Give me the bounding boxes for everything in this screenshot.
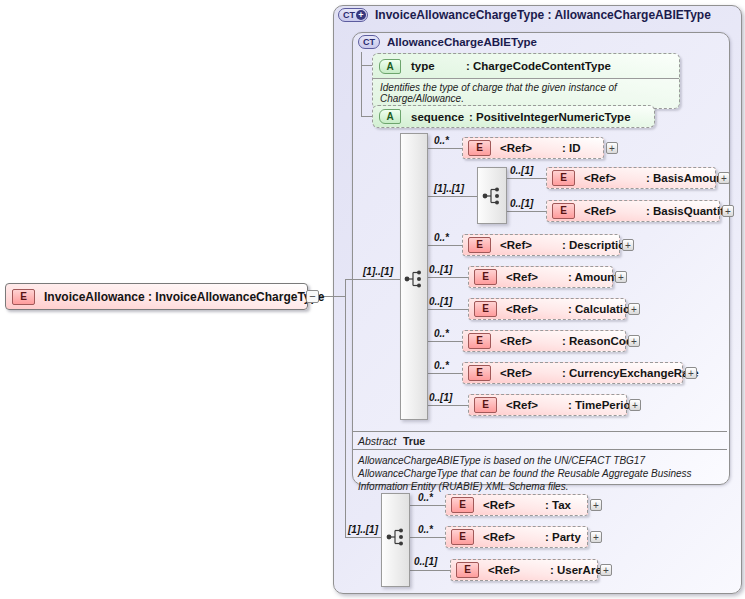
expand-icon[interactable]: +: [718, 172, 730, 184]
element-name: <Ref>: [500, 367, 562, 379]
complex-type-header: CT+ InvoiceAllowanceChargeType : Allowan…: [338, 8, 711, 22]
all-compositor-icon: [403, 268, 425, 290]
expand-icon[interactable]: +: [590, 499, 602, 511]
attribute-rail: [361, 52, 362, 117]
cardinality-label: 0..[1]: [429, 296, 452, 307]
element-ref-userarea[interactable]: E <Ref> : UserArea: [450, 559, 598, 581]
element-name: <Ref>: [500, 239, 562, 251]
element-ref-reasoncode[interactable]: E <Ref> : ReasonCode: [462, 330, 626, 352]
collapse-icon[interactable]: −: [306, 290, 319, 303]
cardinality-label: [1]..[1]: [348, 524, 378, 535]
cardinality-label: 0..[1]: [429, 264, 452, 275]
element-type: : BasisQuantity: [646, 205, 730, 217]
element-ref-description[interactable]: E <Ref> : Description: [462, 234, 620, 256]
element-ref-party[interactable]: E <Ref> : Party: [445, 526, 588, 548]
expand-icon[interactable]: +: [600, 564, 612, 576]
complex-type-title: InvoiceAllowanceChargeType : AllowanceCh…: [375, 8, 711, 22]
connector-rail: [345, 279, 346, 538]
attribute-sequence[interactable]: A sequence : PositiveIntegerNumericType: [372, 105, 655, 128]
expand-icon[interactable]: +: [615, 271, 627, 283]
element-ref-amount[interactable]: E <Ref> : Amount: [468, 266, 613, 288]
attribute-icon: A: [379, 59, 401, 74]
abstract-label: Abstract: [358, 435, 397, 447]
type-annotation: AllowanceChargeABIEType is based on the …: [358, 454, 726, 493]
connector-line: [410, 505, 445, 506]
element-ref-tax[interactable]: E <Ref> : Tax: [445, 494, 588, 516]
base-type-header: CT AllowanceChargeABIEType: [358, 35, 537, 49]
expand-icon[interactable]: +: [590, 531, 602, 543]
element-ref-basisamount[interactable]: E <Ref> : BasisAmount: [546, 167, 716, 189]
attribute-type-name: : ChargeCodeContentType: [466, 60, 611, 72]
element-name: <Ref>: [500, 335, 562, 347]
element-type: : ID: [562, 142, 581, 154]
connector-line: [345, 537, 381, 538]
connector-line: [428, 245, 462, 246]
connector-line: [361, 116, 372, 117]
connector-line: [428, 373, 462, 374]
element-invoiceallowance[interactable]: E InvoiceAllowance : InvoiceAllowanceCha…: [5, 283, 308, 310]
connector-line: [507, 178, 546, 179]
element-icon: E: [468, 365, 491, 381]
element-icon: E: [468, 237, 491, 253]
element-type: : Tax: [545, 499, 571, 511]
cardinality-label: 0..*: [418, 492, 433, 503]
element-icon: E: [468, 140, 491, 156]
cardinality-label: 0..[1]: [429, 392, 452, 403]
expand-icon[interactable]: +: [629, 399, 641, 411]
attribute-type-name: : PositiveIntegerNumericType: [469, 111, 630, 123]
all-compositor-icon: [385, 526, 407, 548]
element-name: <Ref>: [500, 142, 562, 154]
connector-line: [428, 148, 462, 149]
element-type: : TimePeriod: [568, 399, 637, 411]
attribute-icon: A: [379, 109, 401, 124]
element-name: <Ref>: [506, 271, 568, 283]
complex-type-icon: CT+: [338, 8, 368, 22]
element-name: <Ref>: [584, 172, 646, 184]
cardinality-label: 0..*: [434, 135, 449, 146]
element-type: : Calculation: [568, 303, 637, 315]
element-name: <Ref>: [483, 531, 545, 543]
element-ref-currencyexchangerate[interactable]: E <Ref> : CurrencyExchangeRate: [462, 362, 683, 384]
element-ref-basisquantity[interactable]: E <Ref> : BasisQuantity: [546, 200, 720, 222]
expand-icon[interactable]: +: [722, 205, 734, 217]
element-name: <Ref>: [506, 303, 568, 315]
complex-type-icon: CT: [358, 35, 380, 49]
cardinality-label: 0..*: [434, 360, 449, 371]
expand-icon[interactable]: +: [628, 335, 640, 347]
cardinality-label: [1]..[1]: [434, 183, 464, 194]
cardinality-label: 0..*: [418, 524, 433, 535]
element-name: <Ref>: [488, 564, 550, 576]
element-type: : Amount: [568, 271, 618, 283]
cardinality-label: 0..*: [434, 328, 449, 339]
attribute-type[interactable]: A type : ChargeCodeContentType Identifie…: [372, 53, 680, 109]
expand-icon[interactable]: +: [685, 367, 697, 379]
derived-plus-icon: +: [356, 10, 366, 20]
expand-icon[interactable]: +: [622, 239, 634, 251]
element-ref-id[interactable]: E <Ref> : ID: [462, 137, 604, 159]
connector-line: [410, 537, 445, 538]
expand-icon[interactable]: +: [628, 303, 640, 315]
expand-icon[interactable]: +: [606, 142, 618, 154]
element-icon: E: [474, 301, 497, 317]
element-icon: E: [451, 497, 474, 513]
connector-line: [428, 277, 468, 278]
connector-line: [428, 309, 468, 310]
connector-line: [361, 65, 372, 66]
cardinality-label: 0..[1]: [414, 556, 437, 567]
connector-line: [345, 279, 400, 280]
element-name: <Ref>: [584, 205, 646, 217]
connector-line: [428, 405, 468, 406]
xsd-schema-diagram: CT+ InvoiceAllowanceChargeType : Allowan…: [0, 0, 745, 599]
element-name: <Ref>: [506, 399, 568, 411]
attribute-annotation: Identifies the type of charge that the g…: [373, 78, 679, 108]
element-ref-timeperiod[interactable]: E <Ref> : TimePeriod: [468, 394, 627, 416]
element-icon: E: [456, 562, 479, 578]
element-name: <Ref>: [483, 499, 545, 511]
element-icon: E: [552, 203, 575, 219]
abstract-value: True: [403, 435, 425, 447]
cardinality-label: 0..[1]: [510, 165, 533, 176]
connector-line: [428, 341, 462, 342]
element-ref-calculation[interactable]: E <Ref> : Calculation: [468, 298, 626, 320]
element-icon: E: [474, 397, 497, 413]
element-type: : BasisAmount: [646, 172, 727, 184]
